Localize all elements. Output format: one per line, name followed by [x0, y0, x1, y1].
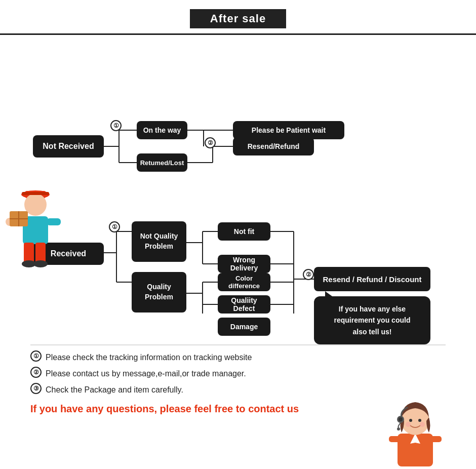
svg-point-50	[406, 422, 411, 427]
svg-point-51	[420, 422, 425, 427]
diagram-area: Not Received ① On the way Retumed/Lost ②…	[0, 45, 476, 314]
info-section: ① Please check the tracking information …	[0, 349, 476, 464]
on-the-way-box: On the way	[137, 121, 187, 139]
svg-rect-33	[22, 192, 49, 195]
color-diff-box: Color difference	[218, 273, 270, 291]
svg-point-48	[409, 419, 412, 422]
svg-point-54	[397, 427, 400, 431]
circle-2-top: ②	[205, 137, 216, 148]
svg-point-49	[418, 419, 421, 422]
svg-point-44	[33, 260, 48, 267]
please-wait-box: Please be Patient wait	[233, 121, 344, 139]
resend-refund-top-box: Resend/Refund	[233, 137, 314, 155]
info-text-1: Please check the tracking information on…	[46, 349, 252, 366]
info-item-2: ② Please contact us by message,e-mail,or…	[30, 366, 446, 382]
svg-rect-36	[47, 218, 61, 225]
quality-defect-box: Qualiity Defect	[218, 295, 270, 314]
returned-lost-box: Retumed/Lost	[137, 153, 187, 172]
svg-rect-55	[389, 436, 400, 442]
info-item-3: ③ Check the Package and item carefully.	[30, 382, 446, 398]
page-header: After sale	[0, 0, 476, 35]
damage-box: Damage	[218, 318, 270, 336]
customer-service-icon	[385, 388, 446, 469]
circle-1-bottom: ①	[109, 221, 120, 232]
circle-2-bottom: ②	[303, 269, 314, 280]
not-fit-box: Not fit	[218, 222, 270, 241]
svg-rect-41	[24, 243, 34, 263]
not-quality-box: Not Quality Problem	[132, 221, 186, 262]
svg-rect-56	[430, 436, 442, 442]
info-text-2: Please contact us by message,e-mail,or t…	[46, 366, 246, 382]
resend-refund-discount-box: Resend / Refund / Discount	[314, 267, 430, 291]
not-received-box: Not Received	[33, 135, 104, 158]
info-list: ① Please check the tracking information …	[30, 349, 446, 398]
if-any-box: If you have any else requirement you cou…	[314, 296, 430, 344]
info-circle-1: ①	[30, 350, 42, 362]
info-item-1: ① Please check the tracking information …	[30, 349, 446, 366]
svg-rect-42	[35, 243, 46, 263]
circle-1-top: ①	[110, 120, 122, 131]
quality-problem-box: Quality Problem	[132, 272, 186, 312]
wrong-delivery-box: Wrong Delivery	[218, 255, 270, 273]
svg-point-53	[399, 417, 403, 421]
page-title: After sale	[190, 9, 286, 28]
info-circle-3: ③	[30, 383, 42, 394]
delivery-person-icon	[3, 177, 68, 268]
contact-text: If you have any questions, please feel f…	[30, 403, 446, 415]
divider	[30, 344, 446, 345]
info-circle-2: ②	[30, 367, 42, 378]
info-text-3: Check the Package and item carefully.	[46, 382, 183, 398]
